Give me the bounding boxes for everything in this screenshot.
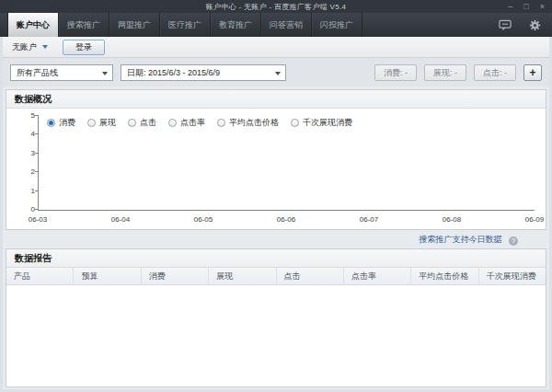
minimize-button[interactable]: –: [508, 1, 512, 13]
radio-icon: [168, 119, 177, 127]
footnote-row: 搜索推广支持今日数据 ?: [3, 232, 549, 247]
y-tick-mark: [35, 171, 39, 172]
report-table-body: [6, 285, 546, 386]
radio-icon: [217, 119, 225, 127]
overview-panel-title: 数据概况: [15, 94, 52, 104]
tab-item[interactable]: 闪投推广: [312, 13, 362, 37]
close-button[interactable]: ×: [540, 1, 545, 13]
y-tick-mark: [35, 133, 39, 134]
tab-strip: 账户中心搜索推广网盟推广医疗推广教育推广问答营销闪投推广: [7, 13, 552, 37]
radio-icon: [291, 119, 299, 127]
y-tick-mark: [35, 190, 39, 191]
date-range-value: 日期: 2015/6/3 - 2015/6/9: [127, 64, 220, 81]
overview-chart: 012345 消费展现点击点击率平均点击价格千次展现消费 06-0306-040…: [6, 109, 546, 229]
title-bar: 账户中心 - 无账户 - 百度推广客户端 V5.4 – □ ×: [0, 0, 552, 13]
y-tick-mark: [35, 115, 39, 116]
maximize-button[interactable]: □: [523, 1, 528, 13]
metric-option[interactable]: 千次展现消费: [291, 118, 352, 127]
tab-item[interactable]: 教育推广: [211, 13, 261, 37]
metric-option[interactable]: 平均点击价格: [217, 118, 279, 127]
y-tick-mark: [35, 209, 39, 210]
x-axis-labels: 06-0306-0406-0506-0606-0706-0806-09: [38, 215, 535, 225]
data-overview-panel: 数据概况 012345 消费展现点击点击率平均点击价格千次展现消费 06-030…: [6, 89, 546, 230]
stat-chips: 消费: -展现: -点击: -: [374, 64, 516, 81]
help-icon[interactable]: ?: [509, 236, 518, 246]
column-header: 千次展现消费: [479, 268, 546, 284]
radio-icon: [87, 119, 96, 127]
tab-item[interactable]: 问答营销: [261, 13, 312, 37]
x-tick-label: 06-09: [525, 215, 544, 224]
column-header: 点击率: [344, 268, 411, 284]
x-tick-label: 06-08: [443, 215, 461, 224]
account-bar: 无账户 登录: [3, 37, 549, 58]
data-report-panel: 数据报告 产品预算消费展现点击点击率平均点击价格千次展现消费: [6, 248, 546, 387]
chevron-down-icon: [102, 72, 108, 75]
metric-option[interactable]: 点击率: [168, 118, 205, 127]
y-tick-label: 0: [21, 206, 35, 213]
add-metric-button[interactable]: +: [523, 64, 542, 81]
x-tick-label: 06-04: [111, 215, 130, 224]
tab-item[interactable]: 医疗推广: [160, 13, 211, 37]
y-tick-label: 4: [21, 131, 35, 138]
column-header: 平均点击价格: [411, 268, 478, 284]
date-range-select[interactable]: 日期: 2015/6/3 - 2015/6/9: [121, 64, 286, 81]
login-button[interactable]: 登录: [63, 40, 105, 55]
y-tick-label: 3: [21, 150, 35, 157]
metric-label: 平均点击价格: [229, 118, 279, 127]
chevron-down-icon: [275, 72, 281, 75]
column-header: 消费: [142, 268, 209, 284]
metric-label: 千次展现消费: [303, 118, 352, 127]
stat-chip[interactable]: 展现: -: [424, 64, 466, 81]
account-name: 无账户: [12, 41, 37, 53]
y-tick-label: 1: [21, 188, 35, 195]
tab-item[interactable]: 网盟推广: [109, 13, 160, 37]
radio-icon: [128, 119, 136, 127]
y-tick-mark: [35, 153, 39, 154]
tab-bar: 账户中心搜索推广网盟推广医疗推广教育推广问答营销闪投推广: [0, 13, 552, 38]
filter-bar: 所有产品线 日期: 2015/6/3 - 2015/6/9 消费: -展现: -…: [3, 58, 549, 86]
metric-option[interactable]: 展现: [87, 118, 116, 127]
account-dropdown-arrow-icon[interactable]: [42, 45, 48, 49]
x-tick-label: 06-05: [194, 215, 213, 224]
window-controls: – □ ×: [508, 0, 545, 13]
metric-radio-group: 消费展现点击点击率平均点击价格千次展现消费: [47, 118, 364, 127]
column-header: 展现: [209, 268, 276, 284]
radio-icon: [47, 119, 55, 127]
column-header: 点击: [277, 268, 344, 284]
tab-item[interactable]: 搜索推广: [59, 13, 109, 37]
x-tick-label: 06-06: [277, 215, 295, 224]
metric-label: 点击: [140, 118, 156, 127]
y-tick-label: 2: [21, 168, 35, 176]
y-tick-label: 5: [21, 112, 35, 120]
x-tick-label: 06-03: [29, 215, 47, 224]
metric-label: 消费: [59, 118, 75, 127]
plot-area: 012345: [38, 116, 535, 211]
stat-chip[interactable]: 消费: -: [374, 64, 417, 81]
metric-option[interactable]: 点击: [128, 118, 156, 127]
column-header: 产品: [6, 268, 74, 284]
window-title: 账户中心 - 无账户 - 百度推广客户端 V5.4: [0, 0, 552, 14]
settings-gear-icon[interactable]: [528, 18, 541, 31]
content-area: 无账户 登录 所有产品线 日期: 2015/6/3 - 2015/6/9 消费:…: [0, 37, 552, 392]
product-line-select[interactable]: 所有产品线: [10, 64, 113, 81]
metric-label: 展现: [99, 118, 116, 127]
metric-label: 点击率: [180, 118, 205, 127]
report-table-header: 产品预算消费展现点击点击率平均点击价格千次展现消费: [6, 268, 546, 285]
metric-option[interactable]: 消费: [47, 118, 75, 127]
tab-item[interactable]: 账户中心: [7, 13, 59, 37]
product-line-value: 所有产品线: [17, 64, 58, 81]
report-panel-title: 数据报告: [15, 253, 52, 263]
stat-chip[interactable]: 点击: -: [474, 64, 516, 81]
report-panel-header: 数据报告: [6, 249, 546, 268]
message-icon[interactable]: [499, 18, 512, 31]
today-data-note[interactable]: 搜索推广支持今日数据: [419, 235, 501, 244]
column-header: 预算: [74, 268, 141, 284]
tab-bar-icons: [499, 13, 541, 37]
app-window: 账户中心 - 无账户 - 百度推广客户端 V5.4 – □ × 账户中心搜索推广…: [0, 0, 552, 392]
overview-panel-header: 数据概况: [6, 90, 546, 109]
x-tick-label: 06-07: [360, 215, 378, 224]
